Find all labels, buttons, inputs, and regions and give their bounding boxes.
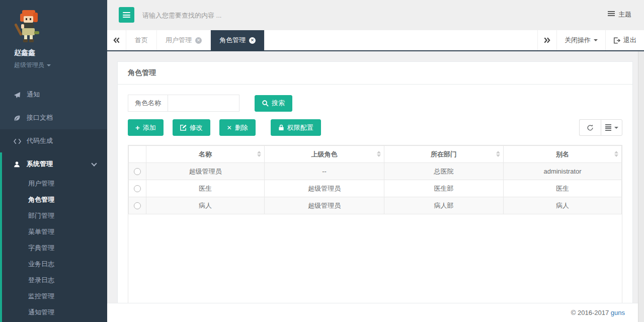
topbar: 主题 (107, 0, 644, 30)
tab-role-mgmt[interactable]: 角色管理✕ (211, 30, 265, 50)
cell-parent-role: 超级管理员 (265, 197, 384, 214)
add-button-label: 添加 (143, 123, 156, 132)
column-label: 上级角色 (311, 150, 338, 158)
sidebar-item-label: 接口文档 (27, 114, 53, 121)
permission-button-label: 权限配置 (287, 123, 313, 132)
close-operations-dropdown[interactable]: 关闭操作 (556, 30, 605, 50)
sidebar-subitem-business-log[interactable]: 业务日志 (2, 256, 107, 272)
theme-button[interactable]: 主题 (608, 10, 631, 19)
delete-button[interactable]: ✕ 删除 (219, 119, 256, 136)
sidebar-subitem-monitoring[interactable]: 监控管理 (2, 288, 107, 304)
cell-parent-role: 超级管理员 (265, 180, 384, 197)
sidebar-subitem-users[interactable]: 用户管理 (2, 176, 107, 192)
sort-icon[interactable] (496, 151, 500, 157)
sidebar-item-code-gen[interactable]: 代码生成 (0, 129, 107, 152)
search-form-row: 角色名称 搜索 (128, 95, 622, 112)
column-header-parent-role[interactable]: 上级角色 (265, 146, 384, 163)
tab-user-mgmt[interactable]: 用户管理✕ (157, 30, 211, 50)
column-header-alias[interactable]: 别名 (504, 146, 622, 163)
sidebar-subitem-notification-mgmt[interactable]: 通知管理 (2, 304, 107, 320)
tabs-scroll-right-button[interactable] (537, 30, 556, 50)
exit-label: 退出 (623, 36, 636, 45)
sign-out-icon (613, 37, 620, 44)
table-row[interactable]: 医生 超级管理员 医生部 医生 (129, 180, 622, 197)
cell-alias: administrator (504, 163, 622, 180)
sidebar-subitem-dictionary[interactable]: 字典管理 (2, 240, 107, 256)
role-name-input-group: 角色名称 (128, 95, 239, 112)
sidebar-item-api-docs[interactable]: 接口文档 (0, 106, 107, 129)
leaf-icon (14, 115, 22, 122)
sidebar-submenu: 用户管理 角色管理 部门管理 菜单管理 字典管理 业务日志 登录日志 监控管理 … (2, 176, 107, 320)
sidebar-item-label: 代码生成 (27, 137, 53, 144)
vertical-scrollbar[interactable] (638, 51, 644, 322)
sidebar-item-notifications[interactable]: 通知 (0, 83, 107, 106)
global-search-input[interactable] (142, 8, 354, 23)
profile-section: 赵鑫鑫 超级管理员 (0, 0, 107, 83)
tab-close-icon[interactable]: ✕ (195, 37, 202, 44)
refresh-button[interactable] (579, 119, 601, 136)
tab-close-icon[interactable]: ✕ (249, 37, 256, 44)
column-header-name[interactable]: 名称 (146, 146, 265, 163)
cell-department: 总医院 (384, 163, 504, 180)
sidebar-toggle-button[interactable] (119, 7, 134, 23)
tab-label: 首页 (135, 36, 148, 45)
caret-down-icon (614, 127, 618, 129)
plus-icon: + (135, 124, 140, 131)
lock-icon (278, 124, 284, 131)
theme-label: 主题 (618, 11, 631, 18)
panel-body: 角色名称 搜索 + 添加 修改 ✕ 删除 (118, 85, 632, 305)
cell-name: 超级管理员 (146, 163, 265, 180)
sidebar-subitem-departments[interactable]: 部门管理 (2, 208, 107, 224)
table-row[interactable]: 病人 超级管理员 病人部 病人 (129, 197, 622, 214)
sidebar-nav: 通知 接口文档 代码生成 系统管理 用户管理 (0, 83, 107, 322)
tab-home[interactable]: 首页 (126, 30, 157, 50)
search-icon (262, 100, 269, 107)
sidebar-section-system: 系统管理 用户管理 角色管理 部门管理 菜单管理 字典管理 业务日志 登录日志 … (0, 152, 107, 322)
panel-title: 角色管理 (118, 62, 632, 85)
row-radio-button[interactable] (134, 202, 141, 209)
roles-table-container: 名称 上级角色 所在部门 别名 超级管理员 -- 总医院 administra (128, 145, 622, 305)
cell-alias: 病人 (504, 197, 622, 214)
sidebar-subitem-roles[interactable]: 角色管理 (2, 192, 107, 208)
sidebar: 赵鑫鑫 超级管理员 通知 接口文档 代码生成 系统管 (0, 0, 107, 322)
tabbar: 首页 用户管理✕ 角色管理✕ 关闭操作 退出 (107, 30, 644, 51)
user-role-label: 超级管理员 (14, 61, 44, 68)
footer: © 2016-2017 guns (107, 303, 638, 322)
sort-icon[interactable] (614, 151, 618, 157)
cell-name: 医生 (146, 180, 265, 197)
content-area: 角色管理 角色名称 搜索 + 添加 修改 (107, 51, 638, 303)
delete-button-label: 删除 (235, 123, 248, 132)
sort-icon[interactable] (377, 151, 381, 157)
sidebar-subitem-login-log[interactable]: 登录日志 (2, 272, 107, 288)
sidebar-subitem-menus[interactable]: 菜单管理 (2, 224, 107, 240)
columns-dropdown-button[interactable] (601, 119, 622, 136)
refresh-icon (587, 124, 594, 131)
row-radio-button[interactable] (134, 185, 141, 192)
sort-icon[interactable] (257, 151, 261, 157)
search-button-label: 搜索 (272, 99, 285, 108)
sidebar-item-system-mgmt[interactable]: 系统管理 (2, 152, 107, 176)
permission-config-button[interactable]: 权限配置 (271, 119, 321, 136)
cell-name: 病人 (146, 197, 265, 214)
add-button[interactable]: + 添加 (128, 119, 164, 136)
toolbar-row: + 添加 修改 ✕ 删除 权限配置 (128, 119, 622, 136)
double-chevron-right-icon (544, 37, 550, 43)
copyright-text: © 2016-2017 (571, 309, 609, 316)
exit-button[interactable]: 退出 (605, 30, 644, 50)
table-tools-group (579, 119, 622, 136)
x-icon: ✕ (227, 125, 232, 131)
guns-link[interactable]: guns (611, 309, 625, 316)
search-button[interactable]: 搜索 (255, 95, 292, 112)
tab-label: 用户管理 (166, 36, 192, 45)
row-radio-button[interactable] (134, 168, 141, 175)
role-name-input[interactable] (168, 95, 239, 111)
list-icon (605, 124, 611, 132)
user-name: 赵鑫鑫 (14, 48, 107, 57)
user-role-dropdown[interactable]: 超级管理员 (14, 61, 107, 69)
column-header-department[interactable]: 所在部门 (384, 146, 504, 163)
tabs-scroll-left-button[interactable] (107, 30, 126, 50)
table-row[interactable]: 超级管理员 -- 总医院 administrator (129, 163, 622, 180)
theme-icon (608, 10, 615, 17)
caret-down-icon (594, 39, 598, 41)
edit-button[interactable]: 修改 (173, 119, 210, 136)
